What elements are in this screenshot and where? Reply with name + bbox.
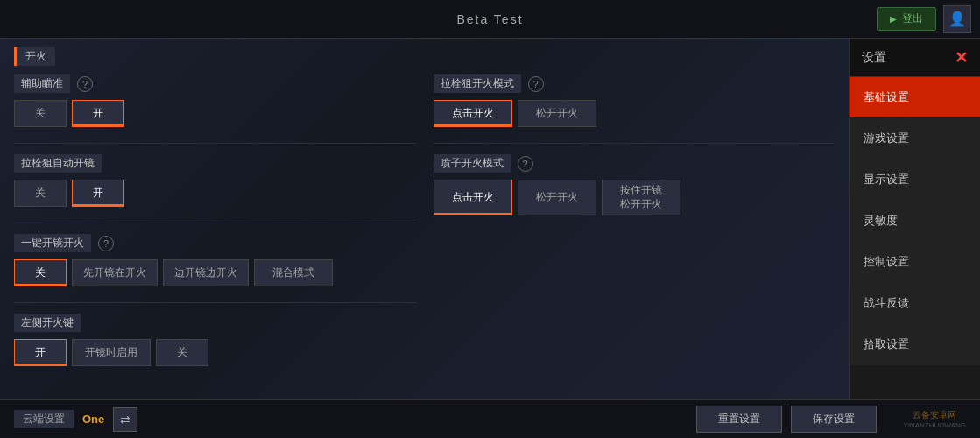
cloud-settings-value: One [82,413,104,426]
top-bar: Beta Test 登出 👤 [0,0,980,39]
left-fire-on[interactable]: 开 [14,339,67,366]
sidebar-item-basic[interactable]: 基础设置 [850,77,980,118]
sidebar-item-pickup[interactable]: 拾取设置 [850,324,980,365]
left-fire-key-title: 左侧开火键 [14,314,81,332]
sidebar-header: 设置 ✕ [850,39,980,77]
bolt-fire-mode-help[interactable]: ? [528,76,544,92]
sidebar-item-display[interactable]: 显示设置 [850,159,980,201]
logout-button[interactable]: 登出 [877,7,936,31]
bolt-scope-title: 拉栓狙自动开镜 [14,154,102,173]
assist-aim-header: 辅助瞄准 ? [14,74,416,93]
bottom-right-buttons: 重置设置 保存设置 [696,406,877,433]
shotgun-fire-tap[interactable]: 点击开火 [434,180,512,215]
assist-aim-title: 辅助瞄准 [14,74,70,93]
one-key-scope-fire-options: 关 先开镜在开火 边开镜边开火 混合模式 [14,259,416,286]
shotgun-fire-release[interactable]: 松开开火 [518,180,596,215]
sidebar-item-controls[interactable]: 控制设置 [850,242,980,283]
assist-aim-options: 关 开 [14,100,416,127]
bolt-fire-mode-header: 拉栓狙开火模式 ? [434,74,835,93]
sidebar-item-game[interactable]: 游戏设置 [850,118,980,159]
app-title: Beta Test [456,12,523,26]
one-key-off[interactable]: 关 [14,259,67,286]
bolt-scope-group: 拉栓狙自动开镜 关 开 [14,154,416,207]
reset-button[interactable]: 重置设置 [696,406,782,433]
assist-aim-on[interactable]: 开 [72,100,124,127]
shotgun-fire-mode-header: 喷子开火模式 ? [434,154,835,173]
assist-aim-off[interactable]: 关 [14,100,67,127]
sidebar-title: 设置 [862,50,886,66]
bolt-scope-options: 关 开 [14,180,416,207]
bolt-scope-header: 拉栓狙自动开镜 [14,154,416,173]
bolt-fire-mode-title: 拉栓狙开火模式 [434,74,521,93]
left-fire-key-header: 左侧开火键 [14,314,416,332]
shotgun-fire-mode-group: 喷子开火模式 ? 点击开火 松开开火 按住开镜 松开开火 [434,154,835,215]
bottom-bar: 云端设置 One ⇄ 重置设置 保存设置 云备安卓网 YINANZHUOWANG [0,399,980,438]
shotgun-fire-mode-title: 喷子开火模式 [434,154,511,173]
bolt-scope-on[interactable]: 开 [72,180,124,207]
shotgun-fire-hold-release[interactable]: 按住开镜 松开开火 [602,180,680,215]
left-fire-scope-enable[interactable]: 开镜时启用 [72,339,151,366]
left-fire-key-options: 开 开镜时启用 关 [14,339,416,366]
bolt-fire-mode-options: 点击开火 松开开火 [434,100,835,127]
bolt-fire-tap[interactable]: 点击开火 [434,100,512,127]
sidebar-item-sensitivity[interactable]: 灵敏度 [850,201,980,242]
main-content: 开火 辅助瞄准 ? 关 开 [0,39,980,399]
bolt-scope-off[interactable]: 关 [14,180,67,207]
one-key-scope-fire-header: 一键开镜开火 ? [14,234,416,252]
section-fire-label: 开火 [14,47,55,66]
top-bar-right: 登出 👤 [877,5,971,33]
one-key-scope-fire-help[interactable]: ? [98,236,114,251]
watermark: 云备安卓网 YINANZHUOWANG [903,409,966,429]
cloud-settings-label: 云端设置 [14,410,74,428]
sidebar-item-combat-feedback[interactable]: 战斗反馈 [850,283,980,324]
one-key-scope-first[interactable]: 先开镜在开火 [72,259,158,286]
shotgun-fire-mode-help[interactable]: ? [518,156,533,172]
bolt-fire-mode-group: 拉栓狙开火模式 ? 点击开火 松开开火 [434,74,835,127]
right-column: 拉栓狙开火模式 ? 点击开火 松开开火 喷子开火模式 ? [434,74,835,382]
save-button[interactable]: 保存设置 [791,406,877,433]
one-key-scope-fire-title: 一键开镜开火 [14,234,91,252]
left-column: 辅助瞄准 ? 关 开 拉栓狙自动开镜 关 开 [14,74,416,382]
one-key-scope-fire-group: 一键开镜开火 ? 关 先开镜在开火 边开镜边开火 混合模式 [14,234,416,286]
bolt-fire-release[interactable]: 松开开火 [518,100,596,127]
one-key-mixed[interactable]: 混合模式 [254,259,333,286]
left-fire-off[interactable]: 关 [156,339,208,366]
two-column-layout: 辅助瞄准 ? 关 开 拉栓狙自动开镜 关 开 [14,74,835,382]
avatar-icon: 👤 [948,11,966,27]
right-sidebar: 设置 ✕ 基础设置 游戏设置 显示设置 灵敏度 控制设置 战斗反馈 拾取设置 [849,39,980,399]
avatar-button[interactable]: 👤 [943,5,971,33]
close-button[interactable]: ✕ [955,48,968,67]
shotgun-fire-mode-options: 点击开火 松开开火 按住开镜 松开开火 [434,180,835,215]
one-key-scope-while[interactable]: 边开镜边开火 [163,259,249,286]
left-fire-key-group: 左侧开火键 开 开镜时启用 关 [14,314,416,366]
settings-panel: 开火 辅助瞄准 ? 关 开 [0,39,849,399]
assist-aim-group: 辅助瞄准 ? 关 开 [14,74,416,127]
swap-button[interactable]: ⇄ [113,407,137,432]
assist-aim-help[interactable]: ? [77,76,93,92]
